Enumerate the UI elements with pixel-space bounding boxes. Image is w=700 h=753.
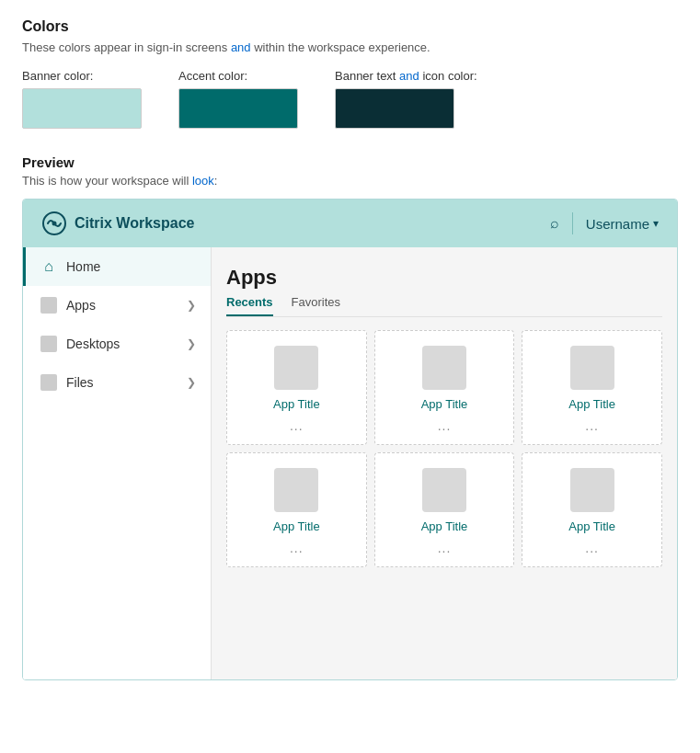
username-button[interactable]: Username ▾	[586, 216, 659, 232]
app-name-4: App Title	[273, 519, 320, 533]
app-menu-4[interactable]: ...	[290, 541, 304, 555]
app-grid: App Title ... App Title ... App Title ..…	[226, 330, 662, 567]
banner-color-item: Banner color:	[22, 69, 142, 129]
header-divider	[572, 212, 573, 234]
app-name-3: App Title	[568, 397, 615, 411]
app-name-1: App Title	[273, 397, 320, 411]
accent-color-item: Accent color:	[178, 69, 298, 129]
app-card-4[interactable]: App Title ...	[226, 452, 367, 567]
banner-text-icon-color-swatch[interactable]	[335, 88, 454, 129]
app-icon-4	[274, 468, 318, 512]
workspace-header-right: ⌕ Username ▾	[550, 212, 659, 234]
tab-favorites[interactable]: Favorites	[292, 295, 340, 316]
colors-section: Colors These colors appear in sign-in sc…	[22, 18, 678, 129]
sidebar-item-home[interactable]: ⌂ Home	[23, 247, 211, 286]
desktops-nav-icon	[40, 336, 57, 352]
app-icon-5	[422, 468, 466, 512]
banner-text-icon-color-item: Banner text and icon color:	[335, 69, 477, 129]
citrix-logo-icon	[41, 211, 67, 236]
tab-recents[interactable]: Recents	[226, 295, 273, 316]
color-row: Banner color: Accent color: Banner text …	[22, 69, 678, 129]
workspace-logo: Citrix Workspace	[41, 211, 194, 236]
app-menu-3[interactable]: ...	[585, 418, 599, 433]
workspace-header: Citrix Workspace ⌕ Username ▾	[23, 200, 677, 247]
workspace-logo-text: Citrix Workspace	[75, 215, 194, 232]
sidebar-item-files[interactable]: Files ❯	[23, 363, 211, 402]
banner-text-icon-color-label: Banner text and icon color:	[335, 69, 477, 83]
chevron-down-icon: ▾	[653, 217, 659, 230]
accent-color-label: Accent color:	[178, 69, 298, 83]
svg-point-1	[52, 222, 57, 226]
sidebar-item-home-left: ⌂ Home	[40, 258, 100, 275]
app-card-5[interactable]: App Title ...	[374, 452, 515, 567]
sidebar-item-files-left: Files	[40, 374, 94, 391]
apps-chevron-icon: ❯	[187, 299, 196, 312]
app-menu-6[interactable]: ...	[585, 541, 599, 555]
sidebar-item-apps[interactable]: Apps ❯	[23, 286, 211, 325]
apps-page-title: Apps	[226, 266, 662, 290]
sidebar-item-desktops-left: Desktops	[40, 336, 120, 352]
app-icon-3	[570, 346, 614, 390]
app-menu-5[interactable]: ...	[438, 541, 452, 555]
search-icon[interactable]: ⌕	[550, 215, 559, 232]
banner-color-label: Banner color:	[22, 69, 142, 83]
workspace-preview: Citrix Workspace ⌕ Username ▾ ⌂ Home	[22, 199, 678, 680]
desktops-chevron-icon: ❯	[187, 337, 196, 350]
app-card-3[interactable]: App Title ...	[522, 330, 662, 445]
banner-color-swatch[interactable]	[22, 88, 142, 129]
app-icon-2	[422, 346, 466, 390]
app-name-6: App Title	[568, 519, 615, 533]
files-chevron-icon: ❯	[187, 376, 196, 389]
app-name-2: App Title	[421, 397, 468, 411]
apps-tabs: Recents Favorites	[226, 295, 662, 317]
preview-description: This is how your workspace will look:	[22, 174, 678, 188]
sidebar-item-apps-left: Apps	[40, 297, 96, 314]
app-card-1[interactable]: App Title ...	[226, 330, 367, 445]
preview-title: Preview	[22, 154, 678, 170]
workspace-sidebar: ⌂ Home Apps ❯ Desktops ❯	[23, 247, 212, 679]
app-icon-6	[570, 468, 614, 512]
workspace-main: Apps Recents Favorites App Title ...	[212, 247, 677, 679]
preview-section: Preview This is how your workspace will …	[22, 154, 678, 680]
username-text: Username	[586, 216, 649, 232]
app-name-5: App Title	[421, 519, 468, 533]
files-nav-icon	[40, 374, 57, 391]
sidebar-item-desktops-label: Desktops	[66, 337, 120, 351]
accent-color-swatch[interactable]	[178, 88, 298, 129]
sidebar-item-apps-label: Apps	[66, 298, 96, 313]
home-icon: ⌂	[40, 258, 57, 275]
apps-nav-icon	[40, 297, 57, 314]
sidebar-item-desktops[interactable]: Desktops ❯	[23, 325, 211, 363]
app-card-2[interactable]: App Title ...	[374, 330, 515, 445]
app-menu-2[interactable]: ...	[438, 418, 452, 433]
workspace-body: ⌂ Home Apps ❯ Desktops ❯	[23, 247, 677, 679]
app-icon-1	[274, 346, 318, 390]
app-card-6[interactable]: App Title ...	[522, 452, 662, 567]
colors-title: Colors	[22, 18, 678, 35]
colors-description: These colors appear in sign-in screens a…	[22, 40, 678, 54]
sidebar-item-home-label: Home	[66, 259, 100, 274]
sidebar-item-files-label: Files	[66, 375, 94, 390]
app-menu-1[interactable]: ...	[290, 418, 304, 433]
